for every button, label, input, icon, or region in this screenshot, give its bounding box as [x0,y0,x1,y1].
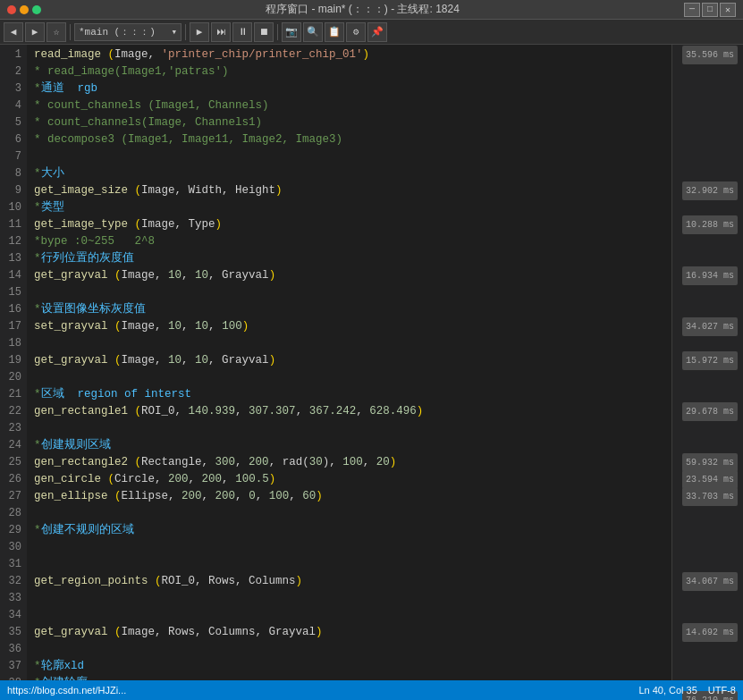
line-number: 13 [0,250,21,267]
pin-button[interactable]: 📌 [367,22,387,42]
line-number: 23 [0,420,21,437]
line-number: 17 [0,318,21,335]
timing-row: 14.692 ms [672,624,743,641]
timing-area: 35.596 ms32.902 ms10.288 ms16.934 ms34.0… [671,45,743,680]
code-line: get_grayval (Image, 10, 10, Grayval) [34,267,671,284]
timing-row: 59.932 ms [672,454,743,471]
timing-row [672,131,743,148]
timing-row: 32.902 ms [672,182,743,199]
line-number: 31 [0,556,21,573]
code-line: get_region_points (ROI_0, Rows, Columns) [34,573,671,590]
minimize-dot[interactable] [20,5,29,14]
timing-badge: 32.902 ms [682,181,738,200]
back-button[interactable]: ◀ [4,22,23,42]
timing-row [672,522,743,539]
timing-row [672,165,743,182]
timing-row: 10.288 ms [672,216,743,233]
maximize-button[interactable]: □ [702,3,718,17]
timing-row [672,250,743,267]
timing-row: 15.972 ms [672,352,743,369]
code-area[interactable]: read_image (Image, 'printer_chip/printer… [27,45,671,680]
line-number: 32 [0,573,21,590]
line-number: 2 [0,63,21,80]
code-line: * count_channels (Image1, Channels) [34,97,671,114]
line-number: 34 [0,607,21,624]
step-over-button[interactable]: ⏭ [211,22,231,42]
close-button[interactable]: ✕ [720,3,736,17]
code-line [34,284,671,301]
timing-row [672,284,743,301]
editor-container: 1234567891011121314151617181920212223242… [0,45,743,680]
timing-row [672,658,743,675]
code-line: *创建轮廓 [34,675,671,680]
statusbar-line-col: Ln 40, Col 35 [638,685,697,696]
clipboard-button[interactable]: 📋 [325,22,344,42]
code-line: *行列位置的灰度值 [34,250,671,267]
line-number: 16 [0,301,21,318]
timing-row [672,199,743,216]
close-dot[interactable] [7,5,16,14]
code-line: gen_rectangle1 (ROI_0, 140.939, 307.307,… [34,403,671,420]
code-line: gen_rectangle2 (Rectangle, 300, 200, rad… [34,454,671,471]
line-number: 25 [0,454,21,471]
code-line: gen_circle (Circle, 200, 200, 100.5) [34,471,671,488]
code-line [34,369,671,386]
line-number: 5 [0,114,21,131]
timing-badge: 34.067 ms [682,572,738,591]
line-number: 22 [0,403,21,420]
timing-row [672,556,743,573]
timing-row [672,369,743,386]
camera-button[interactable]: 📷 [282,22,301,42]
code-line [34,148,671,165]
file-dropdown[interactable]: *main (：：：) ▾ [74,23,182,41]
timing-row [672,114,743,131]
timing-row: 35.596 ms [672,46,743,63]
timing-row [672,437,743,454]
statusbar-right: Ln 40, Col 35 UTF-8 [638,685,736,696]
toolbar-separator-2 [185,24,186,40]
code-line [34,505,671,522]
timing-row [672,505,743,522]
titlebar-left [7,5,41,14]
file-dropdown-label: *main (：：：) [79,25,156,38]
code-line: read_image (Image, 'printer_chip/printer… [34,46,671,63]
line-numbers: 1234567891011121314151617181920212223242… [0,45,27,680]
timing-row [672,590,743,607]
settings-button[interactable]: ⚙ [346,22,366,42]
code-line: * decompose3 (Image1, Image11, Image2, I… [34,131,671,148]
line-number: 6 [0,131,21,148]
line-number: 38 [0,675,21,680]
timing-row [672,607,743,624]
line-number: 19 [0,352,21,369]
zoom-button[interactable]: 🔍 [303,22,323,42]
statusbar-info: https://blog.csdn.net/HJZi... [7,685,126,696]
line-number: 4 [0,97,21,114]
line-number: 33 [0,590,21,607]
run-button[interactable]: ▶ [190,22,209,42]
forward-button[interactable]: ▶ [25,22,45,42]
line-number: 21 [0,386,21,403]
timing-badge: 15.972 ms [682,351,738,370]
timing-row: 23.594 ms [672,471,743,488]
line-number: 20 [0,369,21,386]
stop-button[interactable]: ⏹ [254,22,274,42]
titlebar: 程序窗口 - main* (：：：) - 主线程: 1824 ─ □ ✕ [0,0,743,20]
statusbar-encoding: UTF-8 [708,685,736,696]
code-line [34,539,671,556]
pause-button[interactable]: ⏸ [232,22,252,42]
timing-row [672,539,743,556]
code-line [34,607,671,624]
maximize-dot[interactable] [32,5,41,14]
toolbar-separator [70,24,71,40]
line-number: 1 [0,46,21,63]
titlebar-dots [7,5,41,14]
line-number: 10 [0,199,21,216]
minimize-button[interactable]: ─ [684,3,700,17]
bookmark-button[interactable]: ☆ [46,22,66,42]
timing-row [672,233,743,250]
timing-badge: 33.703 ms [682,487,738,506]
line-number: 36 [0,641,21,658]
code-line: get_image_size (Image, Width, Height) [34,182,671,199]
timing-row [672,420,743,437]
line-number: 24 [0,437,21,454]
